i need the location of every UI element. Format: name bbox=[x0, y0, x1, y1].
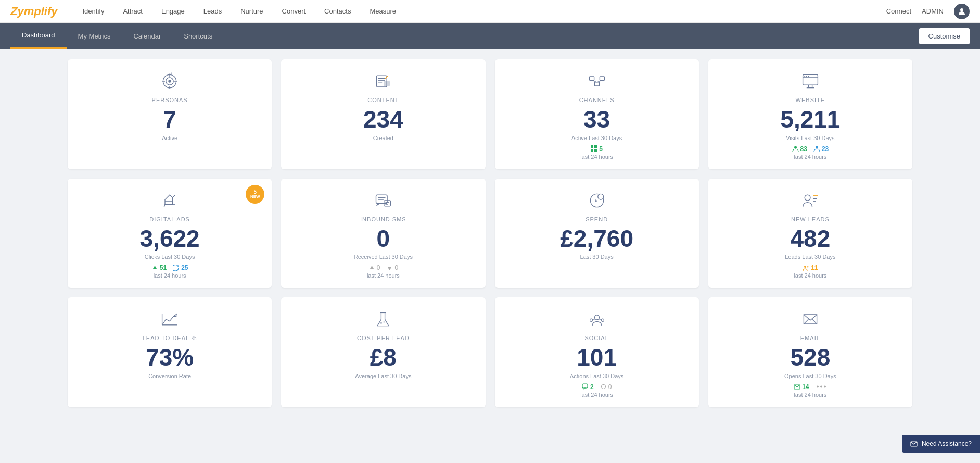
card-label-cost-per-lead: COST PER LEAD bbox=[357, 335, 410, 341]
nav-contacts[interactable]: Contacts bbox=[315, 0, 360, 23]
svg-marker-34 bbox=[165, 195, 172, 204]
card-icon-cost-per-lead bbox=[374, 310, 392, 335]
card-footer-label: last 24 hours bbox=[367, 272, 400, 279]
avatar[interactable] bbox=[954, 4, 970, 19]
footer-stat-value: 5 bbox=[599, 145, 603, 153]
svg-point-54 bbox=[807, 266, 809, 267]
card-sub-digital-ads: Clicks Last 30 Days bbox=[145, 254, 195, 260]
metric-card-new-leads[interactable]: NEW LEADS 482 Leads Last 30 Days 11 last… bbox=[708, 179, 912, 289]
svg-point-68 bbox=[817, 386, 819, 388]
svg-line-8 bbox=[171, 73, 172, 75]
card-label-inbound-sms: INBOUND SMS bbox=[360, 216, 406, 222]
sub-nav: Dashboard My Metrics Calendar Shortcuts … bbox=[0, 23, 980, 49]
card-sub-channels: Active Last 30 Days bbox=[571, 135, 622, 141]
card-icon-digital-ads bbox=[160, 191, 179, 216]
card-label-content: CONTENT bbox=[367, 97, 399, 103]
footer-stat: 25 bbox=[173, 264, 188, 271]
card-icon-email bbox=[801, 310, 820, 335]
customise-button[interactable]: Customise bbox=[919, 28, 970, 44]
svg-point-60 bbox=[594, 315, 599, 320]
tab-calendar[interactable]: Calendar bbox=[122, 23, 172, 49]
main-content: PERSONAS 7 Active CONTENT 234 Created CH… bbox=[0, 49, 980, 418]
metric-card-cost-per-lead[interactable]: COST PER LEAD £8 Average Last 30 Days bbox=[281, 297, 485, 407]
footer-stat: 51 bbox=[151, 264, 167, 271]
card-value-personas: 7 bbox=[163, 106, 176, 133]
card-label-website: WEBSITE bbox=[796, 97, 825, 103]
card-label-spend: SPEND bbox=[586, 216, 608, 222]
svg-text:£: £ bbox=[599, 195, 601, 199]
footer-stat-value: 0 bbox=[377, 264, 380, 271]
metric-card-spend[interactable]: £ £ SPEND £2,760 Last 30 Days bbox=[495, 179, 699, 289]
footer-stat-value: 25 bbox=[181, 264, 188, 271]
metric-card-lead-to-deal[interactable]: LEAD TO DEAL % 73% Conversion Rate bbox=[68, 297, 272, 407]
metric-card-inbound-sms[interactable]: INBOUND SMS 0 Received Last 30 Days 00 l… bbox=[281, 179, 485, 289]
metric-card-digital-ads[interactable]: 5 NEW DIGITAL ADS 3,622 Clicks Last 30 D… bbox=[68, 179, 272, 289]
logo[interactable]: Zymplify bbox=[10, 5, 57, 18]
card-sub-lead-to-deal: Conversion Rate bbox=[148, 373, 191, 379]
svg-point-33 bbox=[816, 146, 818, 149]
card-value-social: 101 bbox=[577, 344, 617, 371]
nav-nurture[interactable]: Nurture bbox=[231, 0, 272, 23]
svg-point-66 bbox=[601, 385, 605, 389]
nav-convert[interactable]: Convert bbox=[273, 0, 315, 23]
footer-stat: 0 bbox=[386, 264, 398, 271]
card-footer: 5125 bbox=[151, 264, 188, 271]
card-icon-inbound-sms bbox=[374, 191, 392, 216]
tab-my-metrics[interactable]: My Metrics bbox=[67, 23, 122, 49]
nav-admin[interactable]: ADMIN bbox=[922, 7, 944, 15]
svg-rect-17 bbox=[594, 82, 599, 86]
card-icon-social bbox=[588, 310, 606, 335]
metric-card-website[interactable]: WEBSITE 5,211 Visits Last 30 Days 8323 l… bbox=[708, 59, 912, 169]
svg-line-38 bbox=[164, 204, 165, 207]
svg-point-70 bbox=[824, 386, 826, 388]
metric-card-personas[interactable]: PERSONAS 7 Active bbox=[68, 59, 272, 169]
nav-connect[interactable]: Connect bbox=[886, 7, 911, 15]
metric-card-email[interactable]: EMAIL 528 Opens Last 30 Days 14 last 24 … bbox=[708, 297, 912, 407]
card-value-website: 5,211 bbox=[780, 106, 840, 133]
card-footer: 8323 bbox=[792, 145, 829, 153]
card-icon-spend: £ £ bbox=[588, 191, 606, 216]
card-footer: 00 bbox=[368, 264, 398, 271]
card-sub-content: Created bbox=[373, 135, 393, 141]
nav-measure[interactable]: Measure bbox=[360, 0, 405, 23]
card-footer-label: last 24 hours bbox=[154, 272, 186, 279]
svg-rect-16 bbox=[600, 77, 604, 80]
nav-leads[interactable]: Leads bbox=[194, 0, 231, 23]
tab-shortcuts[interactable]: Shortcuts bbox=[172, 23, 224, 49]
card-sub-email: Opens Last 30 Days bbox=[784, 373, 836, 379]
metric-card-channels[interactable]: CHANNELS 33 Active Last 30 Days 5 last 2… bbox=[495, 59, 699, 169]
svg-point-3 bbox=[168, 80, 171, 82]
card-icon-channels bbox=[588, 72, 606, 97]
svg-point-62 bbox=[601, 319, 604, 321]
card-value-new-leads: 482 bbox=[791, 226, 831, 252]
card-label-email: EMAIL bbox=[800, 335, 820, 341]
metric-card-social[interactable]: SOCIAL 101 Actions Last 30 Days 20 last … bbox=[495, 297, 699, 407]
card-value-spend: £2,760 bbox=[560, 226, 633, 252]
svg-point-49 bbox=[805, 195, 810, 201]
card-label-personas: PERSONAS bbox=[152, 97, 188, 103]
nav-attract[interactable]: Attract bbox=[113, 0, 152, 23]
footer-stat: 5 bbox=[591, 145, 603, 153]
footer-stat-value: 83 bbox=[800, 145, 807, 153]
footer-stat-value: 2 bbox=[590, 383, 594, 391]
card-footer-label: last 24 hours bbox=[580, 154, 613, 160]
metric-card-content[interactable]: CONTENT 234 Created bbox=[281, 59, 485, 169]
svg-point-27 bbox=[806, 76, 807, 77]
nav-engage[interactable]: Engage bbox=[152, 0, 194, 23]
tab-dashboard[interactable]: Dashboard bbox=[10, 23, 67, 49]
nav-identify[interactable]: Identify bbox=[73, 0, 113, 23]
svg-point-69 bbox=[820, 386, 822, 388]
card-label-social: SOCIAL bbox=[584, 335, 608, 341]
new-badge: 5 NEW bbox=[246, 185, 264, 204]
card-value-channels: 33 bbox=[583, 106, 610, 133]
card-value-email: 528 bbox=[791, 344, 831, 371]
svg-rect-21 bbox=[594, 145, 597, 148]
footer-stat-value: 0 bbox=[608, 383, 612, 391]
svg-text:£: £ bbox=[595, 197, 597, 202]
card-label-lead-to-deal: LEAD TO DEAL % bbox=[143, 335, 197, 341]
svg-point-53 bbox=[804, 266, 806, 268]
card-icon-website bbox=[801, 72, 820, 97]
footer-stat-value: 51 bbox=[160, 264, 167, 271]
svg-line-64 bbox=[599, 319, 601, 320]
svg-point-26 bbox=[804, 76, 805, 77]
